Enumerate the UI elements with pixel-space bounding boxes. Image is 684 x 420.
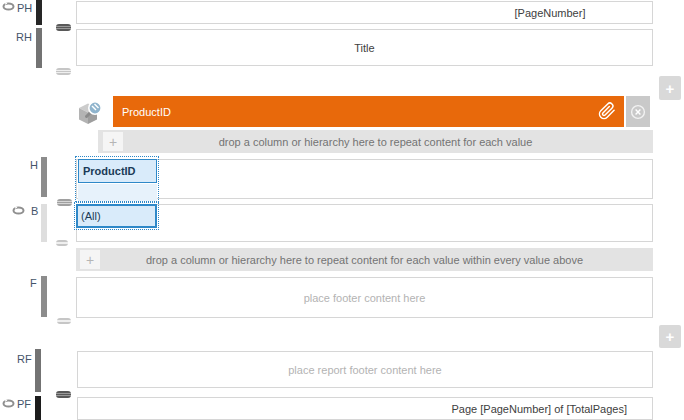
band-resize-handle[interactable] xyxy=(56,240,68,246)
all-value-cell[interactable]: (All) xyxy=(76,204,157,228)
report-header-band[interactable]: Title xyxy=(76,29,653,66)
page-footer-band[interactable]: Page [PageNumber] of [TotalPages] xyxy=(77,397,653,420)
report-footer-band[interactable]: place report footer content here xyxy=(77,351,653,388)
header-cell-empty-row[interactable] xyxy=(78,184,157,201)
close-icon xyxy=(630,104,646,120)
band-resize-handle[interactable] xyxy=(56,68,71,75)
band-resize-handle[interactable] xyxy=(57,199,72,206)
group-header-bar[interactable]: ProductID xyxy=(113,96,624,127)
band-resize-handle[interactable] xyxy=(56,24,71,31)
band-label-page-header: PH xyxy=(17,3,32,14)
add-group-button[interactable]: + xyxy=(659,76,681,100)
band-label-group-footer: F xyxy=(30,278,37,289)
selected-body-cell-outline[interactable]: (All) xyxy=(74,202,159,230)
group-header-band[interactable] xyxy=(76,159,653,199)
selected-header-cell-group[interactable]: ProductID xyxy=(75,156,159,202)
band-resize-handle[interactable] xyxy=(57,318,71,324)
report-footer-placeholder-text: place report footer content here xyxy=(288,364,441,376)
band-label-body: B xyxy=(31,206,38,217)
band-bar-page-footer[interactable] xyxy=(35,396,41,420)
add-column-button[interactable]: + xyxy=(103,132,123,151)
repeat-loop-icon xyxy=(2,2,15,11)
band-label-group-header: H xyxy=(30,160,38,171)
band-bar-body[interactable] xyxy=(41,204,47,242)
group-title: ProductID xyxy=(122,106,171,118)
band-label-report-footer: RF xyxy=(17,354,32,365)
title-textbox[interactable]: Title xyxy=(354,42,374,54)
band-bar-report-header[interactable] xyxy=(36,28,42,68)
band-label-report-header: RH xyxy=(16,32,32,43)
add-column-button[interactable]: + xyxy=(80,250,100,269)
repeat-loop-icon xyxy=(12,206,25,215)
data-cube-search-icon xyxy=(75,99,105,127)
product-id-header-cell[interactable]: ProductID xyxy=(78,159,157,183)
footer-placeholder-text: place footer content here xyxy=(304,292,426,304)
band-bar-group-footer[interactable] xyxy=(41,276,47,317)
band-bar-report-footer[interactable] xyxy=(35,349,41,392)
plus-icon: + xyxy=(666,328,675,345)
paperclip-icon[interactable] xyxy=(598,102,616,120)
group-footer-band[interactable]: place footer content here xyxy=(76,277,653,318)
page-of-total-textbox[interactable]: Page [PageNumber] of [TotalPages] xyxy=(452,403,628,415)
body-band[interactable] xyxy=(76,204,653,242)
band-resize-handle[interactable] xyxy=(56,391,71,398)
add-group-button[interactable]: + xyxy=(659,325,681,348)
repeat-loop-icon xyxy=(2,399,15,408)
drop-zone-repeat-nested[interactable]: + drop a column or hierarchy here to rep… xyxy=(76,248,653,271)
band-bar-page-header[interactable] xyxy=(36,0,42,25)
page-header-band[interactable]: [PageNumber] xyxy=(76,1,653,24)
band-label-page-footer: PF xyxy=(17,399,31,410)
plus-icon: + xyxy=(86,252,94,268)
band-bar-group-header[interactable] xyxy=(41,157,47,197)
plus-icon: + xyxy=(109,134,117,150)
drop-zone-repeat-value[interactable]: + drop a column or hierarchy here to rep… xyxy=(98,130,653,153)
remove-group-button[interactable] xyxy=(626,96,650,127)
report-designer-canvas: PH RH H B F RF PF [PageNumber] Title + xyxy=(0,0,684,420)
plus-icon: + xyxy=(666,80,675,97)
page-number-textbox[interactable]: [PageNumber] xyxy=(447,2,653,23)
drop-zone-hint: drop a column or hierarchy here to repea… xyxy=(219,136,533,148)
drop-zone-hint: drop a column or hierarchy here to repea… xyxy=(146,254,583,266)
